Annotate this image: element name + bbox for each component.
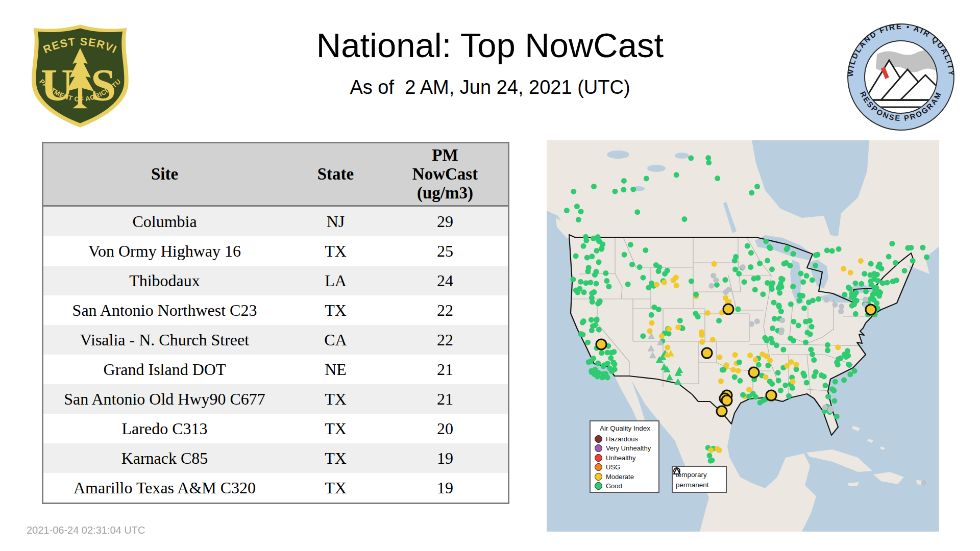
monitor-dot	[813, 253, 819, 258]
monitor-dot	[790, 284, 796, 289]
monitor-dot	[868, 296, 873, 302]
monitor-dot	[608, 355, 614, 361]
table-row: San Antonio Northwest C23TX22	[43, 295, 508, 325]
monitor-dot	[769, 286, 775, 292]
monitor-dot	[666, 326, 672, 332]
top-site-marker	[766, 390, 776, 400]
monitor-dot	[905, 245, 911, 251]
monitor-dot	[609, 368, 615, 374]
monitor-dot	[591, 184, 597, 189]
monitor-dot	[825, 394, 831, 399]
monitor-dot	[737, 378, 743, 384]
monitor-dot	[920, 245, 925, 251]
column-header-pm-nowcast: PM NowCast (ug/m3)	[385, 146, 505, 203]
monitor-dot	[595, 361, 601, 366]
monitor-dot	[752, 287, 758, 292]
top-site-marker	[722, 395, 732, 406]
monitor-dot	[786, 393, 792, 399]
monitor-dot	[863, 289, 869, 294]
table-row: ThibodauxLA24	[43, 266, 508, 295]
top-site-marker	[749, 367, 759, 378]
monitor-dot	[746, 394, 752, 399]
monitor-dot	[649, 320, 654, 325]
table-row: Visalia - N. Church StreetCA22	[43, 325, 508, 355]
table-row: Amarillo Texas A&M C320TX19	[43, 473, 508, 503]
monitor-dot	[712, 261, 717, 267]
value-cell: 20	[385, 419, 505, 438]
monitor-dot	[710, 337, 716, 342]
monitor-dot	[705, 310, 710, 316]
monitor-dot	[592, 272, 598, 278]
monitor-dot	[589, 317, 594, 322]
value-cell: 19	[385, 449, 505, 468]
monitor-dot	[653, 262, 659, 268]
monitor-dot	[756, 362, 762, 368]
monitor-dot	[705, 155, 711, 161]
monitor-dot	[594, 281, 599, 286]
monitor-dot	[735, 307, 741, 312]
unhealthy-swatch-icon	[595, 454, 602, 462]
monitor-dot	[842, 292, 847, 297]
monitor-dot	[812, 373, 817, 379]
monitor-dot	[583, 238, 589, 243]
table-body: ColumbiaNJ29Von Ormy Highway 16TX25Thibo…	[43, 207, 508, 503]
monitor-dot	[649, 281, 654, 286]
page-subtitle: As of 2 AM, Jun 24, 2021 (UTC)	[0, 77, 980, 98]
monitor-dot	[693, 292, 699, 297]
monitor-dot	[831, 398, 837, 404]
value-cell: 21	[385, 390, 505, 409]
hazardous-swatch-icon	[595, 435, 602, 443]
site-cell: San Antonio Old Hwy90 C677	[43, 390, 286, 409]
monitor-dot	[649, 312, 654, 318]
monitor-dot	[871, 276, 877, 282]
monitor-dot	[580, 332, 585, 337]
monitor-dot	[708, 283, 714, 289]
monitor-dot	[595, 300, 601, 306]
monitor-dot	[584, 255, 590, 261]
monitor-dot	[681, 216, 687, 222]
monitor-dot	[564, 208, 570, 213]
state-cell: TX	[286, 301, 385, 320]
monitor-dot	[656, 307, 662, 312]
monitor-dot	[599, 245, 604, 251]
value-cell: 22	[385, 331, 505, 349]
monitor-dot	[800, 279, 806, 285]
monitor-dot	[819, 372, 824, 378]
monitor-dot	[713, 278, 719, 283]
monitor-dot	[571, 189, 576, 194]
monitor-dot	[809, 324, 815, 330]
monitor-dot	[675, 324, 681, 330]
monitor-dot	[807, 331, 813, 337]
monitor-dot	[748, 250, 754, 256]
moderate-swatch-icon	[595, 473, 602, 481]
monitor-dot	[769, 266, 775, 272]
monitor-dot	[841, 266, 846, 271]
legend-item-temporary: temporary	[676, 469, 723, 480]
aqi-legend-item: Unhealthy	[595, 453, 655, 463]
monitor-dot	[772, 316, 777, 321]
monitor-dot	[796, 322, 801, 328]
monitor-dot	[778, 330, 784, 335]
monitor-dot	[779, 317, 785, 323]
monitor-dot	[745, 243, 750, 249]
good-swatch-icon	[595, 482, 602, 490]
monitor-dot	[776, 303, 781, 308]
monitor-dot	[835, 344, 841, 350]
site-cell: Columbia	[43, 212, 286, 231]
monitor-dot	[889, 241, 895, 246]
monitor-dot	[590, 299, 595, 305]
monitor-dot	[757, 261, 763, 266]
monitor-dot	[643, 247, 648, 253]
monitor-dot	[736, 271, 742, 277]
monitor-dot	[583, 280, 589, 286]
monitor-dot	[629, 262, 635, 267]
state-cell: NE	[286, 360, 385, 379]
monitor-dot	[778, 388, 783, 393]
monitor-dot	[604, 278, 609, 284]
monitor-dot	[851, 302, 857, 307]
monitor-dot	[732, 352, 738, 358]
monitor-dot	[777, 290, 782, 296]
monitor-dot	[924, 255, 929, 260]
monitor-dot	[791, 338, 796, 343]
monitor-dot	[848, 270, 853, 276]
